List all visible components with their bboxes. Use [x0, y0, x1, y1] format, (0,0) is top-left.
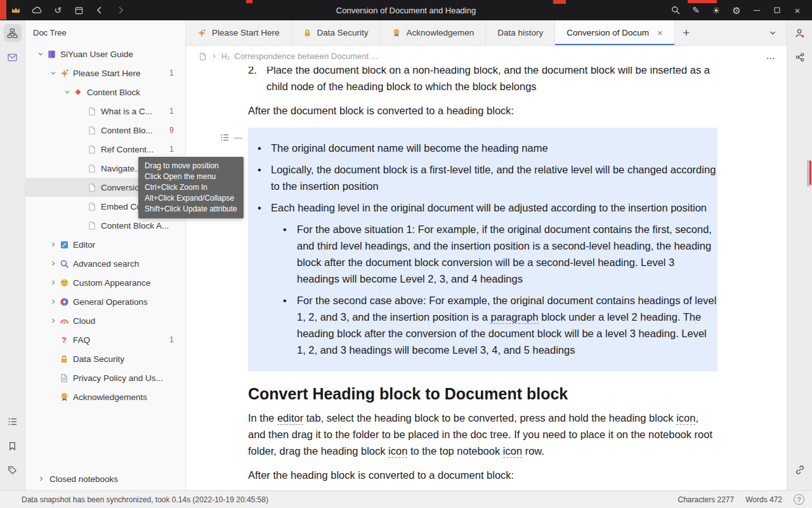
nested-list-item[interactable]: For the above situation 1: For example, …: [248, 221, 717, 287]
paragraph[interactable]: After the heading block is converted to …: [248, 467, 717, 483]
block-ref-link[interactable]: paragraph: [490, 311, 538, 324]
tree-item-label: Advanced search: [73, 259, 139, 269]
tree-item-notebook[interactable]: SiYuan User Guide: [25, 44, 185, 64]
list-item[interactable]: Logically, the document block is a first…: [248, 161, 717, 194]
nested-list-item[interactable]: For the second case above: For example, …: [248, 292, 717, 358]
chevron-right-icon[interactable]: [48, 260, 58, 267]
relation-graph-icon[interactable]: [791, 48, 809, 66]
drag-handle-icon[interactable]: —: [234, 133, 242, 142]
sync-cloud-icon[interactable]: [31, 4, 43, 16]
numbered-list-item[interactable]: 2. Place the document block on a non-hea…: [248, 67, 717, 95]
tab-close-icon[interactable]: ×: [657, 27, 663, 38]
account-button[interactable]: [791, 24, 809, 42]
list-item[interactable]: Each heading level in the original docum…: [248, 199, 717, 216]
closed-notebooks-label: Closed notebooks: [49, 474, 118, 484]
tree-item-label: Content Block A...: [101, 221, 169, 231]
tree-item-faq[interactable]: ? FAQ 1: [25, 330, 185, 349]
lock-icon: [58, 354, 70, 364]
theme-sun-icon[interactable]: ☀: [710, 4, 722, 16]
workspace-crown-icon[interactable]: [10, 4, 22, 16]
maximize-button[interactable]: [771, 4, 783, 16]
red-artifact-mark: [0, 0, 6, 20]
link-icon[interactable]: [791, 461, 809, 479]
tree-item-please-start-here[interactable]: Please Start Here 1: [25, 64, 185, 83]
tree-item-doc[interactable]: Ref Content... 1: [25, 140, 185, 159]
list-number: 2.: [248, 67, 266, 95]
block-ref-link[interactable]: editor: [277, 412, 303, 425]
chevron-down-icon[interactable]: [36, 51, 46, 57]
tab-data-history[interactable]: Data history: [486, 20, 555, 45]
search-icon[interactable]: [670, 4, 681, 16]
doc-icon[interactable]: [199, 52, 207, 61]
doc-count-badge: 1: [164, 69, 174, 77]
tree-item-advanced-search[interactable]: Advanced search: [25, 254, 185, 273]
tree-item-doc[interactable]: Content Block A...: [25, 216, 185, 235]
forward-icon[interactable]: [115, 4, 126, 16]
doc-tree-dock-button[interactable]: [4, 24, 22, 42]
editor[interactable]: — 2. Place the document block on a non-h…: [186, 67, 787, 490]
block-ref-link[interactable]: icon: [388, 445, 407, 458]
doc-tree-header: Doc Tree: [25, 20, 185, 44]
new-tab-button[interactable]: +: [675, 20, 698, 45]
minimize-button[interactable]: ─: [751, 4, 763, 16]
file-icon: [86, 126, 98, 135]
tree-item-data-security[interactable]: Data Security: [25, 349, 185, 368]
tree-item-acknowledgements[interactable]: Acknowledgements: [25, 387, 185, 406]
chevron-right-icon[interactable]: [48, 298, 58, 305]
chevron-right-icon: [38, 476, 44, 482]
tab-list-chevron-button[interactable]: [759, 20, 787, 45]
block-ref-link[interactable]: icon: [503, 445, 522, 458]
app-window: ↺ Conversion of Document and Heading ✎ ☀…: [0, 0, 812, 508]
tree-item-content-block[interactable]: Content Block: [25, 83, 185, 102]
chevron-down-icon[interactable]: [48, 70, 58, 76]
red-artifact-mark: [688, 0, 717, 3]
tree-item-cloud[interactable]: Cloud: [25, 311, 185, 330]
inbox-mail-icon[interactable]: [4, 48, 22, 66]
breadcrumb: H₂ Correspondence between Document ... .…: [186, 46, 787, 67]
tree-item-custom-appearance[interactable]: Custom Appearance: [25, 273, 185, 292]
block-ref-link[interactable]: icon: [676, 412, 695, 425]
closed-notebooks-toggle[interactable]: Closed notebooks: [25, 467, 185, 490]
red-artifact-mark: [553, 0, 566, 4]
tree-item-doc[interactable]: What is a C... 1: [25, 102, 185, 121]
tree-item-editor[interactable]: Editor: [25, 235, 185, 254]
tree-item-doc[interactable]: Content Blo... 9: [25, 121, 185, 140]
selected-list-block[interactable]: The original document name will become t…: [248, 128, 717, 371]
settings-gear-icon[interactable]: ⚙: [731, 4, 742, 16]
close-button[interactable]: ×: [792, 4, 803, 16]
breadcrumb-heading-level[interactable]: H₂: [221, 52, 230, 61]
chevron-right-icon[interactable]: [48, 279, 58, 286]
tab-data-security[interactable]: Data Security: [292, 20, 381, 45]
daily-note-icon[interactable]: [73, 4, 84, 16]
bulleted-list-gutter-icon[interactable]: [220, 133, 230, 142]
chevron-down-icon[interactable]: [62, 89, 72, 95]
tab-conversion-active[interactable]: Conversion of Docum ×: [555, 20, 675, 45]
bookmark-icon[interactable]: [4, 437, 22, 455]
history-icon[interactable]: ↺: [52, 4, 63, 16]
tab-acknowledgements[interactable]: Acknowledgemen: [381, 20, 487, 45]
paragraph[interactable]: After the document block is converted to…: [248, 102, 717, 119]
tooltip-line: Ctrl+Click Zoom In: [145, 182, 237, 193]
tab-please-start-here[interactable]: Please Start Here: [186, 20, 292, 45]
edit-pencil-icon[interactable]: ✎: [690, 4, 702, 16]
back-icon[interactable]: [94, 4, 105, 16]
tag-icon[interactable]: [4, 461, 22, 479]
tree-item-general-operations[interactable]: General Operations: [25, 292, 185, 311]
help-button[interactable]: ?: [794, 494, 804, 505]
chevron-right-icon[interactable]: [48, 241, 58, 248]
breadcrumb-more-button[interactable]: ...: [766, 51, 775, 61]
chevron-right-icon[interactable]: [48, 318, 58, 324]
tab-label: Acknowledgemen: [407, 28, 475, 37]
section-heading[interactable]: Convert Heading block to Document block: [248, 385, 717, 402]
breadcrumb-heading-title[interactable]: Correspondence between Document ...: [234, 51, 377, 61]
list-item[interactable]: The original document name will become t…: [248, 140, 717, 156]
outline-icon[interactable]: [4, 413, 22, 431]
gutter-tooltip: Drag to move position Click Open the men…: [138, 157, 244, 218]
statusbar-right: Characters 2277 Words 472 ?: [678, 494, 804, 505]
statusbar: Data snapshot has been synchronized, too…: [0, 490, 812, 508]
paragraph-text: row.: [522, 445, 544, 457]
paragraph[interactable]: In the editor tab, select the heading bl…: [248, 410, 717, 459]
tree-item-privacy-policy[interactable]: Privacy Policy and Us...: [25, 368, 185, 387]
tab-label: Data Security: [317, 28, 369, 37]
tree-item-label: Data Security: [73, 354, 124, 364]
